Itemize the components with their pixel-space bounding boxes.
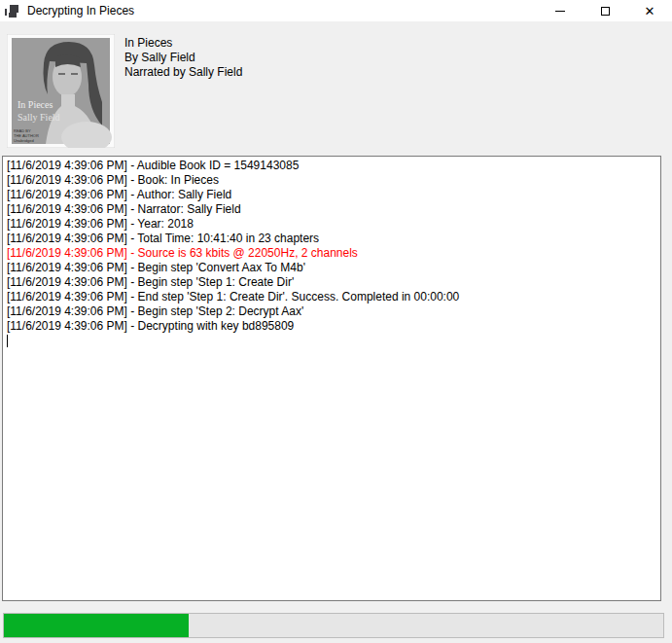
log-line: [11/6/2019 4:39:06 PM] - Begin step 'Ste… [7, 304, 660, 319]
title-bar[interactable]: Decrypting In Pieces ✕ [0, 0, 672, 21]
app-icon[interactable] [5, 5, 18, 18]
window-title: Decrypting In Pieces [27, 4, 134, 18]
log-line: [11/6/2019 4:39:06 PM] - Begin step 'Con… [7, 261, 660, 275]
log-line: [11/6/2019 4:39:06 PM] - Begin step 'Ste… [7, 275, 660, 290]
book-title: In Pieces [124, 36, 242, 51]
log-line: [11/6/2019 4:39:06 PM] - Source is 63 kb… [7, 246, 660, 261]
book-narrator: Narrated by Sally Field [124, 65, 242, 80]
cover-author: Sally Field [18, 112, 60, 123]
book-info: In Pieces By Sally Field Narrated by Sal… [124, 36, 242, 80]
log-line: [11/6/2019 4:39:06 PM] - Total Time: 10:… [7, 232, 660, 246]
maximize-button[interactable] [583, 0, 627, 21]
cover-title: In Pieces [18, 99, 53, 110]
log-textbox[interactable]: [11/6/2019 4:39:06 PM] - Audible Book ID… [2, 156, 661, 601]
book-author: By Sally Field [124, 51, 242, 65]
minimize-button[interactable] [538, 0, 583, 21]
log-line: [11/6/2019 4:39:06 PM] - Year: 2018 [7, 217, 660, 232]
cover-badge: Unabridged [14, 138, 34, 143]
progress-bar-fill [4, 614, 189, 637]
close-button[interactable]: ✕ [627, 0, 672, 21]
close-icon: ✕ [645, 5, 655, 18]
text-caret [7, 335, 8, 347]
book-cover-image: In Pieces Sally Field READ BY THE AUTHOR… [7, 34, 115, 148]
log-line: [11/6/2019 4:39:06 PM] - Author: Sally F… [7, 188, 660, 202]
progress-bar [3, 613, 664, 638]
maximize-icon [601, 7, 610, 16]
app-icon-shape [9, 13, 17, 18]
app-window: Decrypting In Pieces ✕ [0, 0, 672, 643]
log-line: [11/6/2019 4:39:06 PM] - Audible Book ID… [7, 159, 660, 173]
app-icon-shape [5, 9, 7, 16]
log-line: [11/6/2019 4:39:06 PM] - Book: In Pieces [7, 173, 660, 188]
log-line: [11/6/2019 4:39:06 PM] - Narrator: Sally… [7, 202, 660, 217]
log-line: [11/6/2019 4:39:06 PM] - Decrypting with… [7, 319, 660, 334]
minimize-icon [555, 11, 565, 12]
caption-buttons: ✕ [538, 0, 672, 21]
log-line: [11/6/2019 4:39:06 PM] - End step 'Step … [7, 290, 660, 304]
app-icon-shape [10, 5, 18, 13]
